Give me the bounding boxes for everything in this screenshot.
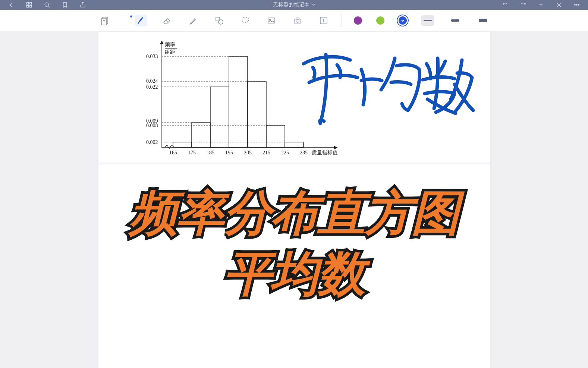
close-icon[interactable] [555, 1, 563, 9]
x-tick: 175 [188, 150, 196, 155]
svg-rect-13 [268, 18, 275, 23]
x-tick: 225 [281, 150, 289, 155]
svg-rect-33 [285, 142, 304, 148]
grid-icon[interactable] [25, 1, 33, 9]
svg-point-12 [242, 17, 249, 22]
camera-tool-icon[interactable] [292, 15, 304, 26]
x-tick: 185 [207, 150, 214, 155]
notebook-page[interactable]: 0.002 0.008 0.009 0.022 0.024 0.033 [98, 32, 490, 368]
add-icon[interactable] [537, 1, 545, 9]
svg-rect-32 [266, 125, 285, 148]
bookmark-icon[interactable] [61, 1, 69, 9]
divider [342, 14, 342, 27]
x-tick: 235 [300, 150, 308, 155]
svg-point-4 [45, 3, 48, 6]
y-tick: 0.022 [146, 84, 158, 90]
read-mode-icon[interactable] [99, 15, 111, 26]
svg-rect-0 [26, 2, 28, 4]
poster-line-2: 平均数 [224, 242, 365, 306]
image-tool-icon[interactable] [265, 15, 277, 26]
svg-point-15 [296, 19, 299, 22]
svg-point-7 [578, 4, 579, 6]
y-tick: 0.033 [146, 54, 158, 59]
bluetooth-icon: ✱ [129, 14, 133, 19]
app-top-bar: 无标题的笔记本 [0, 0, 588, 10]
stroke-width-thin[interactable] [421, 15, 434, 26]
shape-tool-icon[interactable] [213, 15, 225, 26]
divider [123, 14, 123, 27]
eraser-tool-icon[interactable] [161, 15, 173, 26]
chevron-down-icon [400, 18, 405, 23]
handwriting-annotation [289, 43, 475, 125]
editor-toolbar: ✱ [0, 10, 588, 31]
y-axis-label-top: 频率 [165, 42, 175, 47]
title-text: 无标题的笔记本 [273, 1, 309, 8]
x-tick: 195 [225, 150, 233, 155]
y-axis-label-bottom: 组距 [165, 49, 175, 55]
canvas-area: 0.002 0.008 0.009 0.022 0.024 0.033 [0, 31, 588, 368]
poster-line-1: 频率分布直方图 [130, 181, 459, 246]
svg-rect-30 [229, 56, 248, 148]
lasso-tool-icon[interactable] [239, 15, 251, 26]
svg-marker-20 [160, 41, 163, 44]
x-tick: 205 [244, 150, 252, 155]
svg-rect-3 [30, 6, 32, 7]
svg-rect-31 [248, 81, 266, 148]
svg-rect-9 [101, 18, 107, 25]
share-icon[interactable] [79, 1, 87, 9]
y-tick: 0.009 [146, 118, 158, 124]
x-tick: 215 [262, 150, 270, 155]
page-divider [98, 163, 490, 166]
text-tool-icon[interactable] [318, 15, 330, 26]
undo-icon[interactable] [501, 1, 509, 9]
back-icon[interactable] [7, 1, 15, 9]
svg-rect-28 [192, 123, 210, 148]
y-tick: 0.024 [146, 78, 158, 84]
svg-point-14 [269, 19, 270, 20]
svg-rect-29 [210, 87, 229, 148]
search-icon[interactable] [43, 1, 51, 9]
poster-title: 频率分布直方图 平均数 [130, 181, 459, 306]
svg-rect-2 [26, 6, 28, 7]
more-icon[interactable] [573, 1, 581, 9]
pen-tool-icon[interactable]: ✱ [135, 15, 147, 26]
stroke-width-medium[interactable] [449, 15, 462, 26]
color-green[interactable] [376, 16, 384, 25]
svg-point-11 [218, 20, 223, 24]
svg-point-6 [576, 4, 578, 6]
svg-rect-1 [30, 2, 32, 4]
svg-rect-27 [173, 142, 192, 148]
x-axis-label: 质量指标值 [312, 150, 338, 155]
color-blue[interactable] [399, 16, 407, 25]
svg-marker-18 [334, 146, 337, 149]
svg-point-5 [575, 4, 576, 6]
color-purple[interactable] [354, 16, 362, 25]
chevron-down-icon [312, 3, 315, 7]
document-title[interactable]: 无标题的笔记本 [273, 1, 315, 8]
highlighter-tool-icon[interactable] [187, 15, 199, 26]
redo-icon[interactable] [519, 1, 527, 9]
stroke-width-thick[interactable] [476, 15, 490, 26]
x-tick: 165 [169, 150, 177, 155]
y-tick: 0.002 [146, 139, 158, 145]
